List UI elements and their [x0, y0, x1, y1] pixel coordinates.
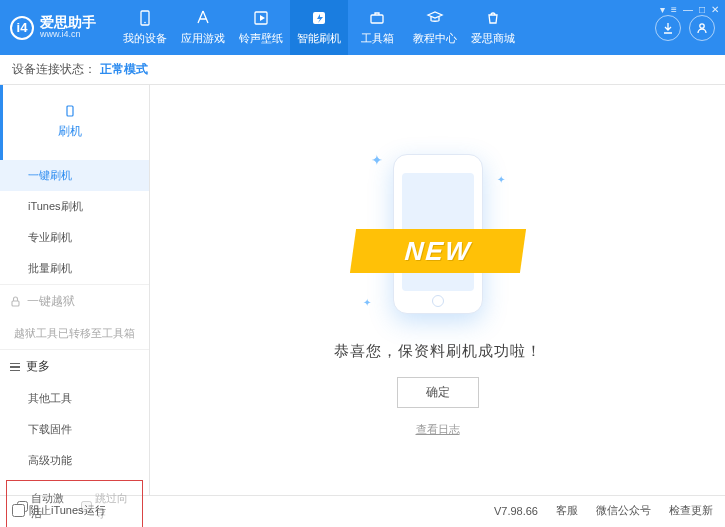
sidebar: 刷机 一键刷机 iTunes刷机 专业刷机 批量刷机 一键越狱 越狱工具已转移至…	[0, 85, 150, 495]
svg-rect-7	[12, 301, 19, 306]
menu-icon[interactable]: ▾	[660, 4, 665, 15]
flash-icon	[310, 9, 328, 27]
status-label: 设备连接状态：	[12, 61, 96, 78]
sidebar-item-itunes-flash[interactable]: iTunes刷机	[0, 191, 149, 222]
svg-rect-6	[67, 106, 73, 116]
block-itunes-checkbox[interactable]: 阻止iTunes运行	[12, 503, 106, 518]
sidebar-item-advanced[interactable]: 高级功能	[0, 445, 149, 476]
close-icon[interactable]: ✕	[711, 4, 719, 15]
sidebar-item-batch-flash[interactable]: 批量刷机	[0, 253, 149, 284]
store-icon	[484, 9, 502, 27]
nav-flash[interactable]: 智能刷机	[290, 0, 348, 55]
view-log-link[interactable]: 查看日志	[416, 422, 460, 437]
toolbox-icon	[368, 9, 386, 27]
media-icon	[252, 9, 270, 27]
svg-rect-4	[371, 15, 383, 23]
success-illustration: ✦ ✦ ✦ NEW	[353, 144, 523, 324]
svg-point-1	[144, 22, 146, 24]
footer-link-wechat[interactable]: 微信公众号	[596, 503, 651, 518]
nav-toolbox[interactable]: 工具箱	[348, 0, 406, 55]
nav-store[interactable]: 爱思商城	[464, 0, 522, 55]
logo-icon: i4	[10, 16, 34, 40]
hamburger-icon	[10, 363, 20, 372]
maximize-icon[interactable]: □	[699, 4, 705, 15]
device-icon	[136, 9, 154, 27]
logo-title: 爱思助手	[40, 15, 96, 30]
success-message: 恭喜您，保资料刷机成功啦！	[334, 342, 542, 361]
main-nav: 我的设备 应用游戏 铃声壁纸 智能刷机 工具箱 教程中心 爱思商城	[116, 0, 522, 55]
nav-my-device[interactable]: 我的设备	[116, 0, 174, 55]
footer-link-update[interactable]: 检查更新	[669, 503, 713, 518]
sidebar-item-oneclick-flash[interactable]: 一键刷机	[0, 160, 149, 191]
sidebar-item-other-tools[interactable]: 其他工具	[0, 383, 149, 414]
tray-icon[interactable]: ≡	[671, 4, 677, 15]
user-button[interactable]	[689, 15, 715, 41]
nav-apps[interactable]: 应用游戏	[174, 0, 232, 55]
sidebar-jailbreak-note: 越狱工具已转移至工具箱	[0, 318, 149, 349]
new-badge: NEW	[349, 229, 525, 273]
logo-url: www.i4.cn	[40, 30, 96, 40]
version-label: V7.98.66	[494, 505, 538, 517]
main-content: ✦ ✦ ✦ NEW 恭喜您，保资料刷机成功啦！ 确定 查看日志	[150, 85, 725, 495]
status-mode: 正常模式	[100, 61, 148, 78]
app-header: i4 爱思助手 www.i4.cn 我的设备 应用游戏 铃声壁纸 智能刷机 工具…	[0, 0, 725, 55]
status-bar: 设备连接状态： 正常模式	[0, 55, 725, 85]
sidebar-head-jailbreak: 一键越狱	[0, 285, 149, 318]
tutorial-icon	[426, 9, 444, 27]
sidebar-head-more[interactable]: 更多	[0, 350, 149, 383]
apps-icon	[194, 9, 212, 27]
sidebar-head-flash[interactable]: 刷机	[0, 85, 149, 160]
nav-tutorial[interactable]: 教程中心	[406, 0, 464, 55]
svg-point-5	[700, 23, 704, 27]
lock-icon	[10, 296, 21, 307]
ok-button[interactable]: 确定	[397, 377, 479, 408]
phone-small-icon	[64, 105, 76, 117]
footer-link-support[interactable]: 客服	[556, 503, 578, 518]
download-button[interactable]	[655, 15, 681, 41]
sidebar-item-download-firmware[interactable]: 下载固件	[0, 414, 149, 445]
minimize-icon[interactable]: —	[683, 4, 693, 15]
nav-ringtones[interactable]: 铃声壁纸	[232, 0, 290, 55]
sidebar-item-pro-flash[interactable]: 专业刷机	[0, 222, 149, 253]
app-logo: i4 爱思助手 www.i4.cn	[10, 15, 96, 40]
